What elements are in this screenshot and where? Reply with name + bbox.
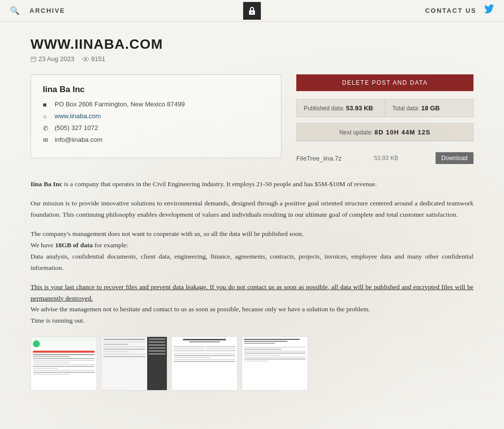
file-row: FileTree_iina.7z 53.93 KB Download	[296, 149, 473, 167]
total-value: 18 GB	[421, 104, 440, 112]
thumbnail-4[interactable]	[242, 336, 308, 391]
warning-paragraph: This is your last chance to recover file…	[31, 282, 473, 327]
management-paragraph: The company's management does not want t…	[31, 229, 473, 274]
thumbnail-2[interactable]	[101, 336, 167, 391]
twitter-icon[interactable]	[484, 4, 494, 17]
svg-point-7	[85, 58, 87, 60]
thumb-red-bar	[33, 351, 94, 353]
published-value: 53.93 KB	[346, 104, 373, 112]
delete-button[interactable]: Delete post and data	[296, 74, 473, 91]
next-update-label: Next update:	[339, 129, 373, 136]
two-col-layout: Iina Ba Inc ■ PO Box 2606 Farmington, Ne…	[31, 74, 473, 167]
document-thumbnails	[31, 336, 473, 391]
svg-rect-2	[31, 57, 36, 62]
company-website: ○ www.iinaba.com	[43, 112, 269, 120]
published-label: Published data:	[304, 105, 345, 112]
website-link[interactable]: www.iinaba.com	[55, 112, 101, 120]
company-address: ■ PO Box 2606 Farmington, New Mexico 874…	[43, 100, 269, 108]
published-data-stat: Published data: 53.93 KB	[296, 99, 385, 117]
page-meta: 23 Aug 2023 9151	[31, 55, 473, 63]
col-right: Delete post and data Published data: 53.…	[296, 74, 473, 167]
next-update-value: 8D 10H 44M 12S	[375, 129, 431, 136]
file-name: FileTree_iina.7z	[296, 155, 342, 162]
contact-link[interactable]: CONTACT US	[425, 7, 476, 14]
address-icon: ■	[43, 101, 51, 108]
eye-icon	[82, 57, 89, 62]
email-icon: ✉	[43, 136, 51, 144]
stats-grid: Published data: 53.93 KB Total data: 18 …	[296, 99, 473, 117]
meta-date: 23 Aug 2023	[31, 55, 74, 63]
intro-paragraph: Iina Ba Inc is a company that operates i…	[31, 179, 473, 190]
calendar-icon	[31, 56, 36, 62]
meta-views: 9151	[82, 55, 105, 63]
main-content: WWW.IINABA.COM 23 Aug 2023 9151	[11, 22, 493, 405]
nav-right: CONTACT US	[425, 4, 494, 17]
logo-icon	[243, 2, 261, 20]
company-email: ✉ info@iinaba.com	[43, 136, 269, 144]
thumbnail-3[interactable]	[171, 336, 238, 391]
download-button[interactable]: Download	[436, 152, 473, 164]
company-card: Iina Ba Inc ■ PO Box 2606 Farmington, Ne…	[31, 74, 282, 158]
globe-icon: ○	[43, 113, 51, 120]
search-icon[interactable]: 🔍	[10, 6, 20, 15]
file-size: 53.93 KB	[374, 155, 398, 162]
svg-point-1	[252, 12, 253, 13]
page-title: WWW.IINABA.COM	[31, 36, 473, 52]
mission-paragraph: Our mission is to provide innovative sol…	[31, 198, 473, 221]
site-logo[interactable]	[243, 2, 261, 20]
phone-icon: ✆	[43, 125, 51, 132]
total-label: Total data:	[392, 105, 419, 112]
navbar: 🔍 ARCHIVE CONTACT US	[0, 0, 504, 22]
company-phone: ✆ (505) 327 1072	[43, 124, 269, 132]
thumbnail-1[interactable]	[31, 336, 97, 391]
date-value: 23 Aug 2023	[38, 55, 74, 63]
company-name: Iina Ba Inc	[43, 85, 269, 95]
col-left: Iina Ba Inc ■ PO Box 2606 Farmington, Ne…	[31, 74, 282, 167]
description-section: Iina Ba Inc is a company that operates i…	[31, 179, 473, 327]
next-update: Next update: 8D 10H 44M 12S	[296, 123, 473, 141]
views-value: 9151	[91, 55, 105, 63]
archive-link[interactable]: ARCHIVE	[30, 7, 65, 14]
thumb-logo	[33, 340, 40, 347]
total-data-stat: Total data: 18 GB	[385, 99, 473, 117]
